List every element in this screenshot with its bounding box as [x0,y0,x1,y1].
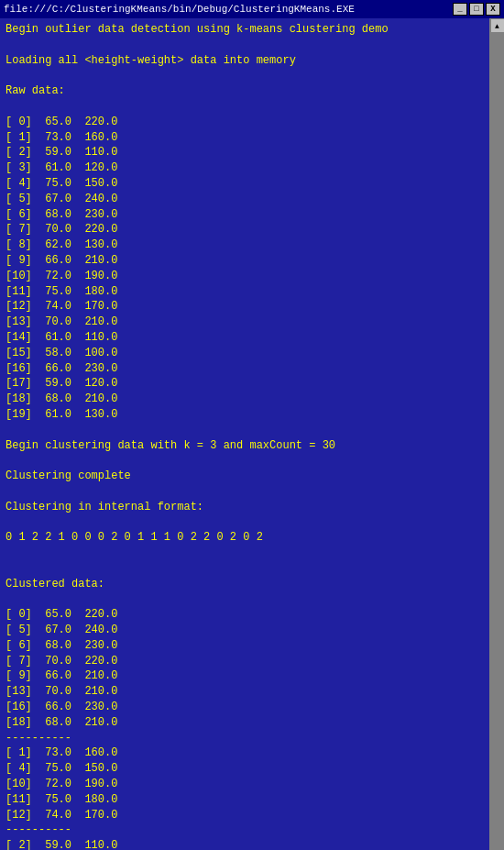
maximize-button[interactable]: □ [469,3,484,16]
window-title: file:///C:/ClusteringKMeans/bin/Debug/Cl… [4,4,355,15]
title-bar: file:///C:/ClusteringKMeans/bin/Debug/Cl… [0,0,504,18]
scroll-up-button[interactable]: ▲ [490,18,505,33]
terminal-output: Begin outlier data detection using k-mea… [0,18,489,850]
minimize-button[interactable]: _ [453,3,467,16]
content-area: Begin outlier data detection using k-mea… [0,18,504,850]
terminal-text: Begin outlier data detection using k-mea… [5,22,484,850]
application-window: file:///C:/ClusteringKMeans/bin/Debug/Cl… [0,0,504,850]
close-button[interactable]: X [486,3,500,16]
scroll-track-vertical[interactable] [490,33,504,850]
window-controls: _ □ X [453,3,500,16]
vertical-scrollbar: ▲ ▼ [489,18,504,850]
